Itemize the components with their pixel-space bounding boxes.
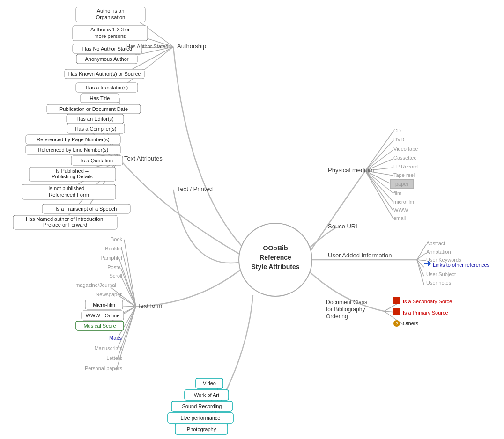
node-primary-source: Is a Primary Source [403,310,448,315]
svg-text:WWW - Online: WWW - Online [86,313,120,318]
node-film: film [393,190,401,196]
svg-text:more persons: more persons [94,33,126,39]
center-label-line3: Style Attributes [252,263,300,271]
svg-text:Has Known Author(s) or Source: Has Known Author(s) or Source [68,71,141,77]
svg-line-18 [122,249,136,307]
svg-text:Sound Recording: Sound Recording [182,403,222,409]
node-newspaper: Newspaper [96,292,122,297]
svg-text:Has a Compiler(s): Has a Compiler(s) [75,126,117,132]
svg-text:Author is 1,2,3 or: Author is 1,2,3 or [90,27,130,32]
others-icon-q: ? [395,322,398,326]
svg-text:Author is an: Author is an [97,8,125,14]
svg-text:Publishing Details: Publishing Details [52,174,93,179]
has-author-stated-label: Has Author Stated [126,44,168,49]
svg-text:Video: Video [203,380,216,386]
svg-text:Preface or Forward: Preface or Forward [43,222,87,227]
svg-text:Is a Quotation: Is a Quotation [81,158,113,163]
svg-text:Is Published --: Is Published -- [56,168,89,174]
svg-line-39 [365,171,393,202]
user-added-info-label: User Added Information [328,252,392,259]
doc-class-label-line2: for Bibliography [326,306,365,313]
svg-line-44 [417,260,426,261]
node-scroll: Scroll [109,273,122,278]
svg-text:Has Title: Has Title [90,95,110,101]
svg-line-40 [365,171,393,211]
node-annotation: Annotation [426,249,451,255]
node-tape-reel: Tape reel [393,172,415,178]
svg-text:Musical Score: Musical Score [83,323,116,329]
node-cassette: Cassettee [393,155,417,161]
node-www-pm: WWW [393,207,408,213]
svg-text:Publication or Document Date: Publication or Document Date [59,106,128,112]
svg-text:Referenced by Page Number(s): Referenced by Page Number(s) [37,137,109,142]
svg-text:Has an Editor(s): Has an Editor(s) [76,116,113,122]
node-pamphlet: Pamphlet [101,255,122,261]
node-email: email [393,215,406,221]
node-secondary-source: Is a Secondary Sorce [403,299,452,304]
node-microfilm-pm: microfilm [393,199,414,205]
souce-url-label: Souce URL [328,223,359,230]
authorship-label: Authorship [177,43,206,50]
svg-text:Photography: Photography [187,426,216,432]
svg-text:Has Named author of Introducti: Has Named author of Introduction, [26,216,104,222]
node-others: Others [403,321,419,326]
doc-class-label-line3: Ordering [326,313,348,320]
node-maps: Maps [109,335,122,341]
node-magazine: magazine/Journal [75,282,116,288]
svg-text:Referenced by Line Number(s): Referenced by Line Number(s) [38,147,108,153]
center-label-line2: Reference [259,254,291,261]
node-cd: CD [393,128,401,133]
svg-text:Work of Art: Work of Art [194,392,219,398]
svg-line-17 [124,240,136,307]
svg-text:Micro-film: Micro-film [93,302,115,307]
text-printed-label: Text / Printed [177,185,213,192]
node-manuscripts: Manuscripts [95,345,123,351]
node-lp-record: LP Record [393,164,418,169]
node-letters: Letters [106,355,122,361]
svg-line-38 [365,171,393,193]
svg-text:Has a translator(s): Has a translator(s) [86,85,128,90]
node-user-subject: User Subject [426,271,456,277]
text-form-label: Text form [137,302,162,309]
center-label-line1: OOoBib [263,244,288,252]
node-dvd: DVD [393,137,404,142]
text-attributes-label: Text Attributes [124,155,163,162]
node-links-other-refs: Links to other references [433,262,490,268]
node-paper: paper [395,181,408,187]
svg-text:Live performance: Live performance [181,415,221,421]
node-poster: Poster [107,264,122,270]
node-abstract: Abstract [426,241,445,246]
svg-text:Is not published --: Is not published -- [48,185,89,191]
doc-class-label-line1: Document Class [326,299,367,306]
svg-line-42 [417,244,426,260]
svg-text:Anonymous Author: Anonymous Author [85,56,129,62]
node-booklet: Booklet [105,246,122,251]
node-user-notes: User notes [426,280,452,285]
svg-text:Is a Transcript of a Speech: Is a Transcript of a Speech [56,206,117,212]
node-book: Book [111,236,123,242]
physical-medium-label: Physical medium [328,167,374,174]
svg-text:Referenced Form: Referenced Form [49,192,89,198]
node-personal-papers: Personal papers [85,366,123,371]
svg-text:Has No Author Stated: Has No Author Stated [82,46,132,51]
node-video-tape: Video tape [393,146,418,152]
svg-text:Organisation: Organisation [96,15,125,20]
svg-line-43 [417,253,426,260]
